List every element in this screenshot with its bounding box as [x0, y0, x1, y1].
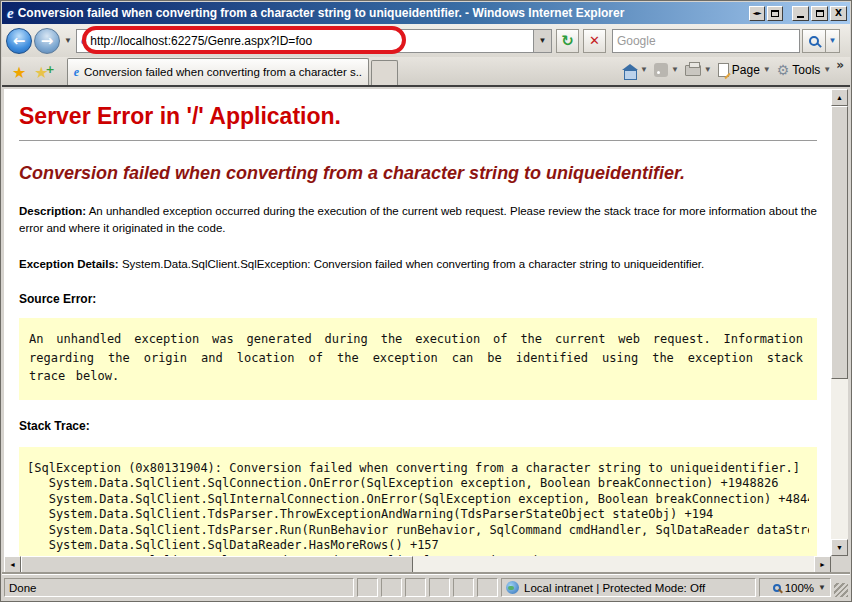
titlebar-swap-button[interactable]: ◄►	[749, 6, 765, 21]
resize-grip[interactable]	[834, 583, 848, 597]
status-text: Done	[4, 578, 354, 597]
zoom-control[interactable]: 100% ▼	[759, 578, 831, 597]
maximize-button[interactable]	[811, 6, 828, 21]
description-paragraph: Description: An unhandled exception occu…	[19, 203, 817, 237]
status-panel	[381, 578, 402, 597]
error-message-heading: Conversion failed when converting from a…	[19, 163, 817, 184]
search-button[interactable]	[802, 29, 826, 53]
status-panel	[357, 578, 378, 597]
browser-window: e Conversion failed when converting from…	[0, 0, 852, 602]
tools-dropdown-icon[interactable]: ▼	[820, 65, 834, 74]
exception-details-label: Exception Details:	[19, 258, 119, 270]
browser-viewport: Server Error in '/' Application. Convers…	[4, 89, 848, 573]
address-bar[interactable]: e ▼	[76, 29, 552, 53]
navigation-bar: ← → ▼ e ▼ ↻ ✕ ▼	[2, 24, 850, 57]
rss-feed-icon	[654, 63, 668, 77]
plus-icon: +	[45, 63, 54, 76]
history-dropdown-icon[interactable]: ▼	[62, 36, 76, 45]
refresh-icon: ↻	[561, 32, 574, 50]
popout-icon	[771, 10, 779, 17]
back-button[interactable]: ←	[6, 28, 32, 54]
search-icon	[809, 36, 819, 46]
status-bar: Done Local intranet | Protected Mode: Of…	[2, 574, 850, 600]
status-panel	[453, 578, 474, 597]
description-label: Description:	[19, 205, 86, 217]
tools-menu-button[interactable]: ⚙ Tools	[777, 63, 821, 77]
tab-title: Conversion failed when converting from a…	[84, 66, 362, 78]
add-favorite-icon[interactable]: ★+	[32, 65, 58, 85]
exception-details-text: System.Data.SqlClient.SqlException: Conv…	[122, 258, 704, 270]
vertical-scroll-thumb[interactable]	[831, 106, 848, 379]
search-input[interactable]	[613, 34, 799, 48]
error-page-title: Server Error in '/' Application.	[19, 103, 817, 130]
address-dropdown-button[interactable]: ▼	[533, 30, 551, 52]
tab-bar: ★ ★+ e Conversion failed when converting…	[2, 57, 850, 87]
scroll-down-button[interactable]: ▼	[831, 539, 848, 556]
horizontal-scroll-thumb[interactable]	[21, 556, 413, 573]
home-dropdown-icon[interactable]: ▼	[637, 65, 651, 74]
favorites-star-icon[interactable]: ★	[4, 65, 32, 85]
page-menu-label: Page	[732, 63, 760, 77]
error-page: Server Error in '/' Application. Convers…	[4, 89, 831, 556]
printer-icon	[685, 65, 701, 76]
minimize-icon	[797, 16, 804, 18]
page-icon	[718, 63, 729, 77]
vertical-scrollbar[interactable]: ▲ ▼	[831, 89, 848, 556]
scroll-up-button[interactable]: ▲	[831, 89, 848, 106]
stop-icon: ✕	[589, 33, 600, 48]
ie-logo-icon: e	[7, 5, 14, 22]
stack-trace-pre: [SqlException (0x80131904): Conversion f…	[27, 461, 809, 557]
stack-trace-box: [SqlException (0x80131904): Conversion f…	[19, 447, 817, 557]
print-button[interactable]	[685, 63, 701, 76]
new-tab-button[interactable]	[371, 60, 398, 85]
stack-trace-label: Stack Trace:	[19, 419, 817, 433]
exception-details-paragraph: Exception Details: System.Data.SqlClient…	[19, 256, 817, 273]
minimize-button[interactable]	[792, 6, 809, 21]
zoom-dropdown-icon[interactable]: ▼	[818, 583, 826, 592]
refresh-button[interactable]: ↻	[556, 29, 579, 53]
gear-icon: ⚙	[777, 63, 790, 77]
intranet-globe-icon	[506, 581, 519, 594]
titlebar-popout-button[interactable]	[767, 6, 783, 21]
security-zone-text: Local intranet | Protected Mode: Off	[524, 582, 705, 594]
close-button[interactable]: X	[830, 6, 847, 21]
source-error-label: Source Error:	[19, 292, 817, 306]
page-favicon: e	[81, 33, 86, 48]
scroll-left-button[interactable]: ◄	[4, 556, 21, 573]
page-menu-button[interactable]: Page	[718, 63, 760, 77]
feeds-dropdown-icon[interactable]: ▼	[668, 65, 682, 74]
tools-menu-label: Tools	[792, 63, 820, 77]
window-title: Conversion failed when converting from a…	[18, 6, 749, 20]
source-error-box: An unhandled exception was generated dur…	[19, 318, 817, 400]
url-input[interactable]	[90, 34, 533, 48]
maximize-icon	[816, 10, 824, 17]
horizontal-scrollbar[interactable]: ◄ ►	[4, 556, 831, 573]
search-box[interactable]	[612, 29, 800, 53]
scroll-right-button[interactable]: ►	[814, 556, 831, 573]
home-icon	[622, 65, 637, 78]
status-panel	[429, 578, 450, 597]
stop-button[interactable]: ✕	[583, 29, 606, 53]
zoom-icon	[773, 584, 781, 592]
status-panel	[405, 578, 426, 597]
forward-button[interactable]: →	[34, 28, 60, 54]
divider	[19, 140, 817, 141]
security-zone-panel[interactable]: Local intranet | Protected Mode: Off	[501, 578, 756, 597]
toolbar-overflow-button[interactable]: »	[834, 58, 848, 82]
search-dropdown-button[interactable]: ▼	[826, 29, 840, 53]
feeds-button[interactable]	[654, 63, 668, 77]
tab-favicon: e	[74, 65, 79, 80]
home-button[interactable]	[622, 62, 637, 78]
tab-active[interactable]: e Conversion failed when converting from…	[67, 58, 369, 85]
page-dropdown-icon[interactable]: ▼	[760, 65, 774, 74]
status-panel	[477, 578, 498, 597]
description-text: An unhandled exception occurred during t…	[19, 205, 817, 234]
print-dropdown-icon[interactable]: ▼	[701, 65, 715, 74]
zoom-level: 100%	[785, 582, 814, 594]
scrollbar-corner	[831, 556, 848, 573]
title-bar: e Conversion failed when converting from…	[2, 2, 850, 24]
